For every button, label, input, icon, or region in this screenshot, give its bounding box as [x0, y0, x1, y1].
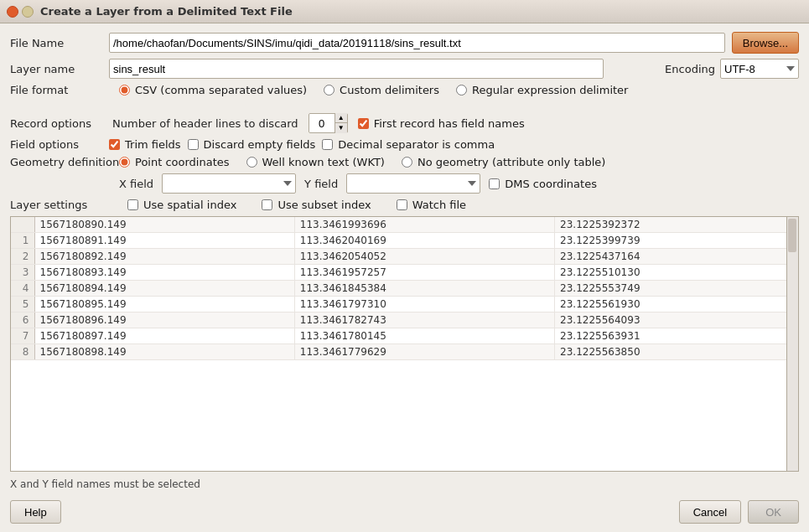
nogeom-radio[interactable]: [402, 157, 412, 168]
radio-nogeom: No geometry (attribute only table): [402, 156, 605, 168]
table-cell: 1567180892.149: [34, 249, 294, 265]
table-cell: 23.1225510130: [555, 265, 798, 281]
trim-fields-checkbox[interactable]: [109, 139, 120, 150]
watch-file-group: Watch file: [397, 199, 466, 211]
table-row: 1567180890.149113.346199369623.122539237…: [11, 217, 798, 233]
radio-custom: Custom delimiters: [324, 84, 439, 96]
y-field-select[interactable]: [346, 173, 480, 194]
custom-radio[interactable]: [324, 85, 334, 96]
first-record-checkbox[interactable]: [358, 118, 369, 129]
data-table[interactable]: 1567180890.149113.346199369623.122539237…: [11, 217, 798, 471]
field-options-label: Field options: [10, 138, 102, 151]
table-cell: 5: [11, 297, 34, 312]
data-table-container: 1567180890.149113.346199369623.122539237…: [10, 216, 799, 472]
table-cell: 113.3461957257: [294, 265, 554, 281]
subset-index-checkbox[interactable]: [262, 199, 272, 210]
y-field-label: Y field: [304, 178, 338, 190]
wkt-radio[interactable]: [246, 157, 257, 168]
table-row: 61567180896.149113.346178274323.12255640…: [11, 312, 798, 328]
scrollbar-track[interactable]: [786, 217, 798, 471]
wkt-label: Well known text (WKT): [262, 156, 385, 168]
regex-label: Regular expression delimiter: [472, 84, 628, 96]
encoding-select[interactable]: UTF-8 UTF-16 ISO-8859-1: [720, 59, 799, 79]
table-cell: 113.3461797310: [294, 297, 554, 312]
table-cell: 1567180890.149: [34, 217, 294, 233]
custom-label: Custom delimiters: [340, 84, 439, 96]
x-field-select[interactable]: [162, 173, 296, 194]
spinbox-up[interactable]: ▲: [335, 113, 347, 123]
table-row: 41567180894.149113.346184538423.12255537…: [11, 281, 798, 297]
browse-button[interactable]: Browse...: [732, 32, 799, 54]
trim-fields-group: Trim fields: [109, 138, 181, 151]
file-name-row: File Name Browse...: [10, 32, 799, 54]
close-button[interactable]: [7, 6, 18, 18]
radio-csv: CSV (comma separated values): [119, 84, 307, 96]
help-button[interactable]: Help: [10, 500, 61, 524]
table-cell: 1567180891.149: [34, 233, 294, 249]
first-record-label: First record has field names: [374, 117, 525, 130]
table-cell: 1567180893.149: [34, 265, 294, 281]
file-name-label: File Name: [10, 37, 102, 49]
geometry-row: Geometry definition Point coordinates We…: [10, 156, 799, 168]
table-cell: 1567180895.149: [34, 297, 294, 312]
point-radio[interactable]: [119, 157, 130, 168]
table-cell: 23.1225564093: [555, 312, 798, 328]
table-cell: 1567180894.149: [34, 281, 294, 297]
radio-wkt: Well known text (WKT): [246, 156, 385, 168]
subset-index-group: Use subset index: [262, 199, 371, 211]
scrollbar-thumb[interactable]: [788, 219, 796, 252]
layer-settings-row: Layer settings Use spatial index Use sub…: [10, 199, 799, 211]
spatial-index-checkbox[interactable]: [127, 199, 138, 210]
nogeom-label: No geometry (attribute only table): [417, 156, 605, 168]
ok-button[interactable]: OK: [748, 500, 799, 524]
watch-file-checkbox[interactable]: [397, 199, 407, 210]
spinbox-down[interactable]: ▼: [335, 123, 347, 133]
dms-checkbox[interactable]: [489, 178, 500, 189]
encoding-label: Encoding: [665, 63, 715, 75]
layer-name-row: Layer name Encoding UTF-8 UTF-16 ISO-885…: [10, 59, 799, 79]
table-cell: 113.3461993696: [294, 217, 554, 233]
file-format-label: File format: [10, 84, 102, 96]
header-lines-input[interactable]: [309, 114, 334, 132]
table-cell: 23.1225563931: [555, 328, 798, 344]
trim-fields-label: Trim fields: [125, 138, 181, 151]
discard-empty-group: Discard empty fields: [188, 138, 316, 151]
dialog-body: File Name Browse... Layer name Encoding …: [0, 23, 809, 532]
dms-label: DMS coordinates: [505, 178, 597, 190]
table-cell: 113.3461780145: [294, 328, 554, 344]
regex-radio[interactable]: [456, 85, 467, 96]
spatial-index-label: Use spatial index: [143, 199, 236, 211]
field-options-row: Field options Trim fields Discard empty …: [10, 138, 799, 151]
table-cell: 23.1225553749: [555, 281, 798, 297]
preview-table: 1567180890.149113.346199369623.122539237…: [11, 217, 798, 360]
layer-name-input[interactable]: [109, 59, 604, 79]
decimal-comma-checkbox[interactable]: [322, 139, 333, 150]
header-lines-label: Number of header lines to discard: [112, 117, 298, 130]
cancel-button[interactable]: Cancel: [679, 500, 741, 524]
table-cell: 3: [11, 265, 34, 281]
window-controls: [7, 6, 34, 18]
table-cell: 113.3461845384: [294, 281, 554, 297]
minimize-button[interactable]: [22, 6, 34, 18]
point-label: Point coordinates: [135, 156, 230, 168]
xy-fields-row: X field Y field DMS coordinates: [10, 173, 799, 194]
table-row: 11567180891.149113.346204016923.12253997…: [11, 233, 798, 249]
discard-empty-label: Discard empty fields: [204, 138, 316, 151]
table-cell: 1567180898.149: [34, 344, 294, 360]
spinbox-buttons: ▲ ▼: [334, 113, 347, 133]
spacer1: [10, 101, 799, 108]
table-cell: 113.3461779629: [294, 344, 554, 360]
csv-label: CSV (comma separated values): [135, 84, 307, 96]
dms-group: DMS coordinates: [489, 178, 597, 190]
record-options-row: Record options Number of header lines to…: [10, 113, 799, 133]
file-format-row: File format CSV (comma separated values)…: [10, 84, 799, 96]
record-options-label: Record options: [10, 117, 102, 130]
file-name-input[interactable]: [109, 33, 725, 53]
action-buttons: Cancel OK: [679, 500, 799, 524]
table-cell: 6: [11, 312, 34, 328]
table-cell: 113.3462040169: [294, 233, 554, 249]
csv-radio[interactable]: [119, 85, 130, 96]
table-row: 31567180893.149113.346195725723.12255101…: [11, 265, 798, 281]
layer-name-label: Layer name: [10, 63, 102, 75]
discard-empty-checkbox[interactable]: [188, 139, 199, 150]
